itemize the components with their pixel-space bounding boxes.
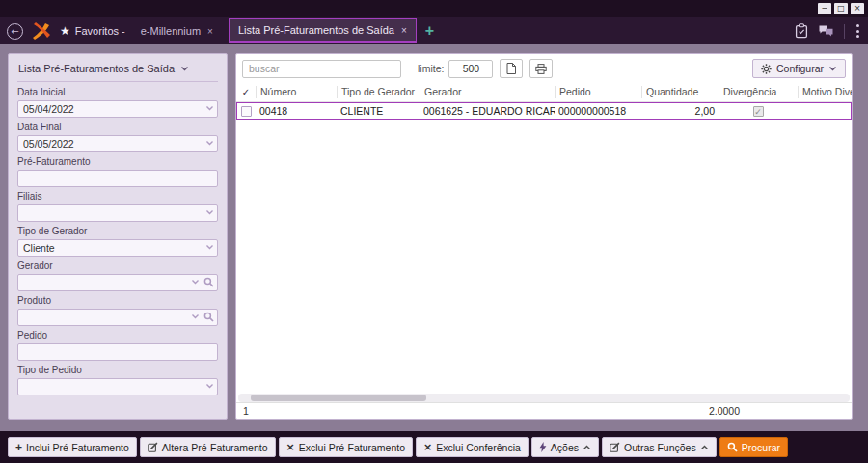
column-header-gerador[interactable]: Gerador: [420, 86, 555, 98]
outras-funcoes-button[interactable]: Outras Funções: [602, 437, 717, 457]
sidebar-title: Lista Pré-Faturamentos de Saída: [18, 63, 175, 74]
gear-icon: [761, 64, 772, 74]
configure-button[interactable]: Configurar: [752, 59, 846, 78]
data-inicial-input[interactable]: [17, 100, 218, 118]
x-icon: ×: [286, 442, 295, 452]
sidebar-header[interactable]: Lista Pré-Faturamentos de Saída: [17, 61, 218, 82]
printer-icon: [535, 64, 547, 74]
chevron-down-icon: [828, 66, 837, 71]
chat-icon[interactable]: [818, 24, 834, 38]
grid-rows: 00418CLIENTE0061625 - EDUARDO RICARDO000…: [236, 102, 852, 394]
filter-field-pedido: Pedido: [17, 330, 218, 360]
cell-tipo-de-gerador: CLIENTE: [337, 105, 420, 117]
tipo-de-gerador-input[interactable]: [17, 239, 218, 257]
field-label: Produto: [17, 295, 218, 306]
pre-faturamento-input[interactable]: [17, 170, 218, 187]
field-label: Pré-Faturamento: [17, 156, 218, 167]
filter-sidebar: Lista Pré-Faturamentos de Saída Data Ini…: [8, 53, 228, 420]
table-row[interactable]: 00418CLIENTE0061625 - EDUARDO RICARDO000…: [236, 102, 852, 120]
tab-lista-pre-faturamentos[interactable]: Lista Pré-Faturamentos de Saída ×: [229, 18, 417, 43]
exclui-pre-faturamento-button[interactable]: ×Exclui Pré-Faturamento: [279, 437, 414, 457]
search-input[interactable]: [242, 60, 401, 78]
filiais-input[interactable]: [17, 204, 218, 222]
bolt-icon: [539, 442, 547, 452]
tab-close-icon[interactable]: ×: [207, 26, 213, 37]
favorites-menu[interactable]: ★ Favoritos -: [60, 24, 125, 38]
pedido-input[interactable]: [17, 343, 218, 361]
search-icon: [203, 312, 214, 322]
filter-field-produto: Produto: [17, 295, 218, 325]
main-area: Lista Pré-Faturamentos de Saída Data Ini…: [0, 44, 868, 431]
minimize-button[interactable]: ─: [818, 3, 831, 14]
search-icon: [727, 442, 738, 452]
column-header-motivo-divergencia[interactable]: Motivo Divergência: [798, 86, 853, 98]
row-checkbox[interactable]: [241, 106, 252, 117]
column-header-numero[interactable]: Número: [256, 86, 337, 98]
export-button[interactable]: [500, 59, 523, 78]
field-label: Data Final: [17, 122, 218, 132]
data-final-input[interactable]: [17, 135, 218, 152]
cell-quantidade: 2,00: [641, 105, 719, 117]
overflow-menu-icon[interactable]: [854, 23, 861, 40]
dropdown-and-search-icons[interactable]: [191, 308, 214, 325]
select-all-checkbox[interactable]: ✓: [236, 83, 256, 102]
column-header-pedido[interactable]: Pedido: [555, 86, 641, 98]
column-header-tipo-de-gerador[interactable]: Tipo de Gerador: [337, 86, 420, 98]
plus-icon: +: [15, 442, 22, 453]
tab-close-icon[interactable]: ×: [401, 25, 407, 36]
cell-pedido: 000000000518: [555, 105, 641, 117]
field-label: Tipo de Pedido: [17, 365, 218, 375]
dropdown-icon[interactable]: [205, 134, 214, 151]
configure-label: Configurar: [776, 63, 824, 74]
tab-e-millennium[interactable]: e-Millennium ×: [132, 18, 222, 43]
dropdown-and-search-icons[interactable]: [191, 273, 214, 290]
limit-input[interactable]: [448, 60, 493, 78]
column-header-quantidade[interactable]: Quantidade: [641, 86, 719, 98]
filter-field-tipo-de-pedido: Tipo de Pedido: [17, 365, 218, 395]
inclui-pre-faturamento-button[interactable]: +Inclui Pré-Faturamento: [8, 437, 137, 457]
document-icon: [506, 63, 516, 74]
favorites-label: Favoritos -: [75, 25, 125, 37]
field-label: Data Inicial: [17, 87, 218, 97]
filter-field-tipo-de-gerador: Tipo de Gerador: [17, 226, 218, 256]
close-button[interactable]: ×: [851, 3, 864, 14]
new-tab-button[interactable]: +: [425, 22, 434, 40]
tab-label: Lista Pré-Faturamentos de Saída: [238, 24, 394, 36]
chevron-up-icon: [700, 445, 709, 450]
gerador-input[interactable]: [17, 274, 218, 291]
edit-icon: [148, 442, 158, 452]
filter-field-data-inicial: Data Inicial: [17, 87, 218, 117]
search-icon: [203, 277, 214, 287]
window-titlebar: ─ □ ×: [0, 0, 868, 17]
produto-input[interactable]: [17, 309, 218, 326]
horizontal-scrollbar[interactable]: [238, 394, 850, 402]
scrollbar-thumb[interactable]: [251, 395, 426, 401]
cell-numero: 00418: [256, 105, 337, 117]
chevron-down-icon: [205, 209, 214, 215]
chevron-down-icon: [191, 279, 200, 285]
filter-field-data-final: Data Final: [17, 122, 218, 151]
altera-pre-faturamento-button[interactable]: Altera Pré-Faturamento: [140, 437, 276, 457]
exclui-conferencia-button[interactable]: ×Exclui Conferência: [416, 437, 529, 457]
app-window: ─ □ × ← ★ Favoritos - e-Millennium × Lis…: [0, 0, 868, 463]
dropdown-icon[interactable]: [205, 99, 214, 117]
tab-bar: ← ★ Favoritos - e-Millennium × Lista Pré…: [0, 17, 868, 44]
dropdown-icon[interactable]: [205, 377, 214, 395]
dropdown-icon[interactable]: [205, 238, 214, 256]
chevron-down-icon: [205, 105, 214, 111]
dropdown-icon[interactable]: [205, 204, 214, 221]
maximize-button[interactable]: □: [834, 3, 848, 14]
grid-footer: 1 2.0000: [236, 402, 852, 419]
chevron-down-icon: [205, 383, 214, 389]
column-header-divergencia[interactable]: Divergência: [719, 86, 798, 98]
procurar-button[interactable]: Procurar: [719, 437, 788, 457]
filter-field-gerador: Gerador: [17, 260, 218, 290]
back-button[interactable]: ←: [7, 23, 23, 40]
toolbar-separator: [844, 24, 845, 39]
acoes-button[interactable]: Ações: [531, 437, 599, 457]
results-toolbar: limite:: [236, 54, 852, 83]
tipo-de-pedido-input[interactable]: [17, 378, 218, 395]
clipboard-icon[interactable]: [795, 23, 808, 39]
print-button[interactable]: [529, 59, 553, 78]
divergencia-checkbox: ✓: [753, 106, 764, 117]
